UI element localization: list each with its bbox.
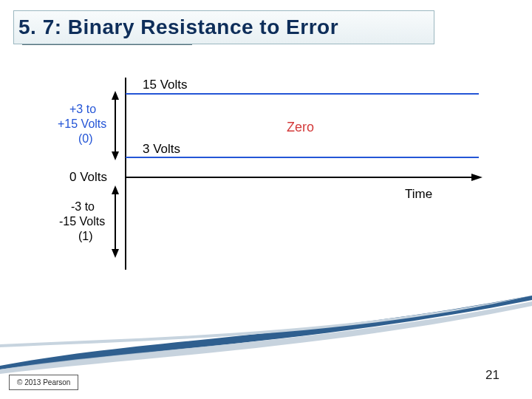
page-number: 21 (485, 368, 499, 383)
copyright-text: © 2013 Pearson (17, 378, 70, 386)
time-axis-label: Time (405, 187, 432, 201)
zero-volts-label: 0 Volts (69, 170, 107, 184)
decorative-swoosh-icon (0, 296, 532, 377)
mid-volts-label: 3 Volts (143, 142, 180, 156)
lower-range-line1: -3 to (71, 200, 95, 213)
arrowhead-right-icon (471, 174, 482, 181)
upper-range-line2: +15 Volts (58, 117, 106, 130)
copyright-box: © 2013 Pearson (9, 375, 78, 390)
slide-title: 5. 7: Binary Resistance to Error (18, 16, 338, 39)
lower-range-line3: (1) (78, 230, 93, 242)
arrowhead-up-icon (112, 185, 119, 194)
upper-range-line1: +3 to (69, 103, 96, 115)
upper-range-line3: (0) (78, 132, 93, 145)
voltage-diagram: 15 Volts 3 Volts Zero Time 0 Volts +3 to… (43, 78, 486, 284)
slide: 5. 7: Binary Resistance to Error 15 Volt… (0, 0, 532, 399)
arrowhead-up-icon (112, 91, 119, 100)
zero-band-label: Zero (287, 120, 314, 134)
arrowhead-down-icon (112, 249, 119, 258)
arrowhead-down-icon (112, 151, 119, 160)
top-volts-label: 15 Volts (143, 78, 188, 92)
title-box: 5. 7: Binary Resistance to Error (13, 10, 434, 44)
title-underline (22, 44, 192, 45)
lower-range-line2: -15 Volts (59, 215, 105, 228)
